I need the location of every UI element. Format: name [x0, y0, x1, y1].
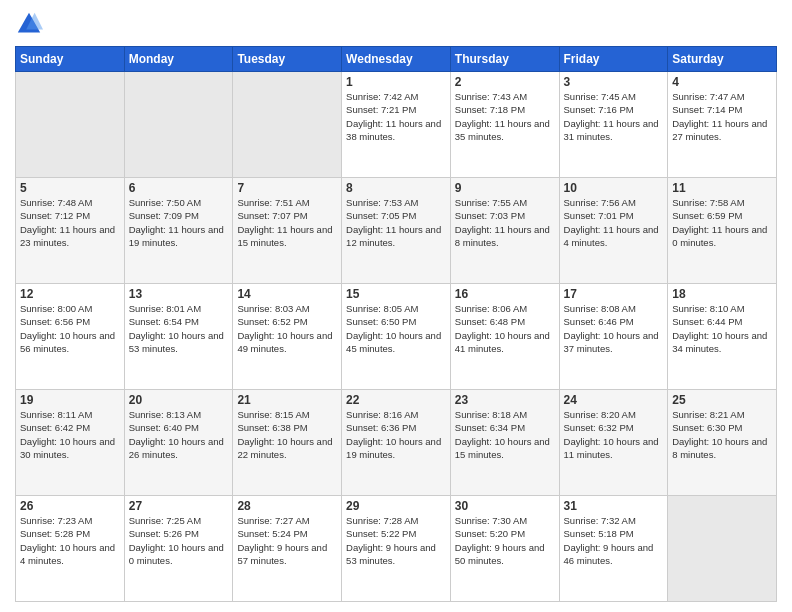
day-cell: 2Sunrise: 7:43 AMSunset: 7:18 PMDaylight…	[450, 72, 559, 178]
day-cell: 21Sunrise: 8:15 AMSunset: 6:38 PMDayligh…	[233, 390, 342, 496]
day-info: Sunrise: 7:51 AMSunset: 7:07 PMDaylight:…	[237, 196, 337, 249]
day-number: 29	[346, 499, 446, 513]
day-info: Sunrise: 7:28 AMSunset: 5:22 PMDaylight:…	[346, 514, 446, 567]
day-cell	[124, 72, 233, 178]
day-number: 8	[346, 181, 446, 195]
day-info: Sunrise: 7:23 AMSunset: 5:28 PMDaylight:…	[20, 514, 120, 567]
day-number: 16	[455, 287, 555, 301]
day-info: Sunrise: 7:42 AMSunset: 7:21 PMDaylight:…	[346, 90, 446, 143]
day-cell: 10Sunrise: 7:56 AMSunset: 7:01 PMDayligh…	[559, 178, 668, 284]
day-cell: 6Sunrise: 7:50 AMSunset: 7:09 PMDaylight…	[124, 178, 233, 284]
calendar-table: SundayMondayTuesdayWednesdayThursdayFrid…	[15, 46, 777, 602]
day-cell: 23Sunrise: 8:18 AMSunset: 6:34 PMDayligh…	[450, 390, 559, 496]
day-number: 4	[672, 75, 772, 89]
day-info: Sunrise: 7:55 AMSunset: 7:03 PMDaylight:…	[455, 196, 555, 249]
day-info: Sunrise: 8:15 AMSunset: 6:38 PMDaylight:…	[237, 408, 337, 461]
day-info: Sunrise: 8:03 AMSunset: 6:52 PMDaylight:…	[237, 302, 337, 355]
day-cell: 29Sunrise: 7:28 AMSunset: 5:22 PMDayligh…	[342, 496, 451, 602]
day-number: 10	[564, 181, 664, 195]
day-cell	[668, 496, 777, 602]
day-cell: 17Sunrise: 8:08 AMSunset: 6:46 PMDayligh…	[559, 284, 668, 390]
day-cell: 31Sunrise: 7:32 AMSunset: 5:18 PMDayligh…	[559, 496, 668, 602]
day-cell	[233, 72, 342, 178]
week-row-1: 1Sunrise: 7:42 AMSunset: 7:21 PMDaylight…	[16, 72, 777, 178]
day-info: Sunrise: 8:01 AMSunset: 6:54 PMDaylight:…	[129, 302, 229, 355]
day-info: Sunrise: 8:18 AMSunset: 6:34 PMDaylight:…	[455, 408, 555, 461]
day-number: 7	[237, 181, 337, 195]
day-number: 25	[672, 393, 772, 407]
day-info: Sunrise: 7:58 AMSunset: 6:59 PMDaylight:…	[672, 196, 772, 249]
day-cell: 4Sunrise: 7:47 AMSunset: 7:14 PMDaylight…	[668, 72, 777, 178]
day-info: Sunrise: 7:30 AMSunset: 5:20 PMDaylight:…	[455, 514, 555, 567]
weekday-header-row: SundayMondayTuesdayWednesdayThursdayFrid…	[16, 47, 777, 72]
day-info: Sunrise: 7:53 AMSunset: 7:05 PMDaylight:…	[346, 196, 446, 249]
weekday-header-wednesday: Wednesday	[342, 47, 451, 72]
day-number: 14	[237, 287, 337, 301]
day-info: Sunrise: 8:10 AMSunset: 6:44 PMDaylight:…	[672, 302, 772, 355]
weekday-header-friday: Friday	[559, 47, 668, 72]
day-info: Sunrise: 8:13 AMSunset: 6:40 PMDaylight:…	[129, 408, 229, 461]
day-number: 26	[20, 499, 120, 513]
day-info: Sunrise: 8:11 AMSunset: 6:42 PMDaylight:…	[20, 408, 120, 461]
day-cell: 12Sunrise: 8:00 AMSunset: 6:56 PMDayligh…	[16, 284, 125, 390]
day-number: 27	[129, 499, 229, 513]
day-cell: 11Sunrise: 7:58 AMSunset: 6:59 PMDayligh…	[668, 178, 777, 284]
day-cell: 19Sunrise: 8:11 AMSunset: 6:42 PMDayligh…	[16, 390, 125, 496]
day-cell: 5Sunrise: 7:48 AMSunset: 7:12 PMDaylight…	[16, 178, 125, 284]
day-number: 2	[455, 75, 555, 89]
weekday-header-sunday: Sunday	[16, 47, 125, 72]
day-cell	[16, 72, 125, 178]
day-cell: 24Sunrise: 8:20 AMSunset: 6:32 PMDayligh…	[559, 390, 668, 496]
weekday-header-thursday: Thursday	[450, 47, 559, 72]
day-cell: 22Sunrise: 8:16 AMSunset: 6:36 PMDayligh…	[342, 390, 451, 496]
day-info: Sunrise: 8:16 AMSunset: 6:36 PMDaylight:…	[346, 408, 446, 461]
day-number: 22	[346, 393, 446, 407]
day-info: Sunrise: 7:43 AMSunset: 7:18 PMDaylight:…	[455, 90, 555, 143]
day-number: 20	[129, 393, 229, 407]
day-info: Sunrise: 8:00 AMSunset: 6:56 PMDaylight:…	[20, 302, 120, 355]
day-cell: 16Sunrise: 8:06 AMSunset: 6:48 PMDayligh…	[450, 284, 559, 390]
day-info: Sunrise: 8:21 AMSunset: 6:30 PMDaylight:…	[672, 408, 772, 461]
day-info: Sunrise: 7:25 AMSunset: 5:26 PMDaylight:…	[129, 514, 229, 567]
day-info: Sunrise: 7:45 AMSunset: 7:16 PMDaylight:…	[564, 90, 664, 143]
day-number: 24	[564, 393, 664, 407]
day-cell: 25Sunrise: 8:21 AMSunset: 6:30 PMDayligh…	[668, 390, 777, 496]
day-cell: 8Sunrise: 7:53 AMSunset: 7:05 PMDaylight…	[342, 178, 451, 284]
day-number: 31	[564, 499, 664, 513]
weekday-header-saturday: Saturday	[668, 47, 777, 72]
day-number: 30	[455, 499, 555, 513]
day-info: Sunrise: 8:08 AMSunset: 6:46 PMDaylight:…	[564, 302, 664, 355]
day-number: 21	[237, 393, 337, 407]
day-number: 23	[455, 393, 555, 407]
day-info: Sunrise: 7:48 AMSunset: 7:12 PMDaylight:…	[20, 196, 120, 249]
day-cell: 27Sunrise: 7:25 AMSunset: 5:26 PMDayligh…	[124, 496, 233, 602]
day-info: Sunrise: 7:27 AMSunset: 5:24 PMDaylight:…	[237, 514, 337, 567]
day-number: 11	[672, 181, 772, 195]
day-cell: 20Sunrise: 8:13 AMSunset: 6:40 PMDayligh…	[124, 390, 233, 496]
day-cell: 18Sunrise: 8:10 AMSunset: 6:44 PMDayligh…	[668, 284, 777, 390]
day-cell: 9Sunrise: 7:55 AMSunset: 7:03 PMDaylight…	[450, 178, 559, 284]
day-info: Sunrise: 7:50 AMSunset: 7:09 PMDaylight:…	[129, 196, 229, 249]
day-cell: 13Sunrise: 8:01 AMSunset: 6:54 PMDayligh…	[124, 284, 233, 390]
week-row-4: 19Sunrise: 8:11 AMSunset: 6:42 PMDayligh…	[16, 390, 777, 496]
day-number: 18	[672, 287, 772, 301]
day-info: Sunrise: 7:47 AMSunset: 7:14 PMDaylight:…	[672, 90, 772, 143]
day-info: Sunrise: 8:06 AMSunset: 6:48 PMDaylight:…	[455, 302, 555, 355]
day-number: 5	[20, 181, 120, 195]
day-cell: 1Sunrise: 7:42 AMSunset: 7:21 PMDaylight…	[342, 72, 451, 178]
weekday-header-tuesday: Tuesday	[233, 47, 342, 72]
day-number: 1	[346, 75, 446, 89]
weekday-header-monday: Monday	[124, 47, 233, 72]
day-cell: 28Sunrise: 7:27 AMSunset: 5:24 PMDayligh…	[233, 496, 342, 602]
day-number: 19	[20, 393, 120, 407]
day-info: Sunrise: 7:32 AMSunset: 5:18 PMDaylight:…	[564, 514, 664, 567]
day-number: 9	[455, 181, 555, 195]
logo	[15, 10, 47, 38]
page-header	[15, 10, 777, 38]
day-number: 12	[20, 287, 120, 301]
day-cell: 3Sunrise: 7:45 AMSunset: 7:16 PMDaylight…	[559, 72, 668, 178]
day-number: 17	[564, 287, 664, 301]
week-row-3: 12Sunrise: 8:00 AMSunset: 6:56 PMDayligh…	[16, 284, 777, 390]
week-row-5: 26Sunrise: 7:23 AMSunset: 5:28 PMDayligh…	[16, 496, 777, 602]
logo-icon	[15, 10, 43, 38]
